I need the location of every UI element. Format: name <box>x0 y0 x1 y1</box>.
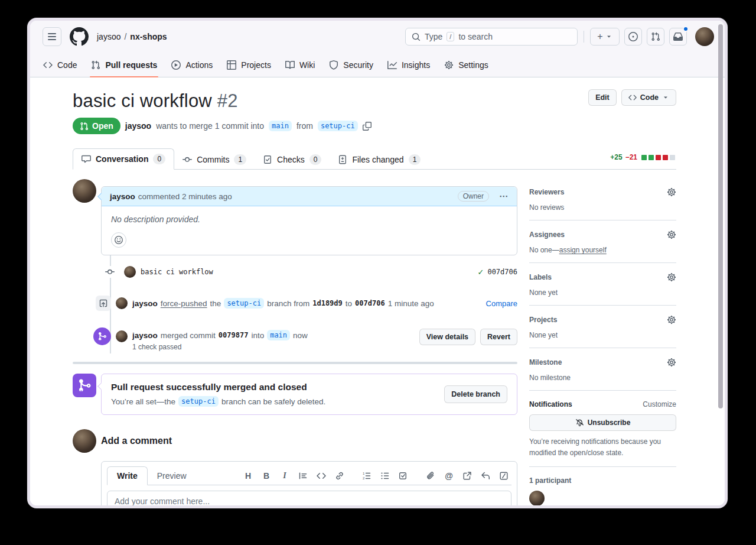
tab-commits[interactable]: Commits 1 <box>174 150 255 170</box>
repo-tab-code[interactable]: Code <box>38 53 82 77</box>
head-branch-label[interactable]: setup-ci <box>224 298 264 309</box>
compare-link[interactable]: Compare <box>486 299 517 308</box>
reviewers-value: No reviews <box>529 203 676 212</box>
code-dropdown-button[interactable]: Code <box>621 89 676 106</box>
breadcrumb-repo[interactable]: nx-shops <box>130 32 167 41</box>
create-new-button[interactable]: + <box>590 28 620 46</box>
saved-replies-button[interactable] <box>480 471 491 481</box>
force-push-action-link[interactable]: force-pushed <box>161 299 207 308</box>
new-sha[interactable]: 007d706 <box>355 299 385 307</box>
unsubscribe-button[interactable]: Unsubscribe <box>529 414 676 431</box>
commit-message-link[interactable]: basic ci workflow <box>141 268 213 276</box>
task-list-icon <box>399 471 408 481</box>
repo-tab-settings[interactable]: Settings <box>439 53 493 77</box>
file-diff-icon <box>338 155 347 164</box>
mention-button[interactable]: @ <box>444 471 454 481</box>
cross-reference-button[interactable] <box>462 471 472 481</box>
repo-tab-projects[interactable]: Projects <box>222 53 276 77</box>
task-list-button[interactable] <box>398 471 409 481</box>
gear-icon[interactable] <box>667 272 676 282</box>
gear-icon[interactable] <box>667 187 676 197</box>
merge-sha[interactable]: 0079877 <box>219 331 249 339</box>
italic-button[interactable]: I <box>279 471 290 481</box>
bullet-list-button[interactable] <box>380 471 390 481</box>
gear-icon[interactable] <box>667 230 676 239</box>
write-tab[interactable]: Write <box>107 466 148 485</box>
tab-conversation[interactable]: Conversation 0 <box>73 148 174 170</box>
check-status-note[interactable]: 1 check passed <box>132 343 308 351</box>
repo-tab-pull-requests[interactable]: Pull requests <box>86 53 162 77</box>
comment-meta[interactable]: commented 2 minutes ago <box>138 192 232 201</box>
view-details-button[interactable]: View details <box>419 329 475 345</box>
comment-textarea[interactable] <box>107 491 511 508</box>
participants-heading: 1 participant <box>529 476 676 485</box>
global-nav-menu-button[interactable] <box>43 27 61 46</box>
check-passed-icon[interactable]: ✓ <box>478 268 484 277</box>
pr-state-badge: Open <box>73 118 120 134</box>
comment-author-avatar[interactable] <box>73 179 96 203</box>
edit-button[interactable]: Edit <box>588 89 617 106</box>
revert-button[interactable]: Revert <box>480 329 517 345</box>
diffstat[interactable]: +25 −21 <box>610 153 675 161</box>
repo-tab-actions[interactable]: Actions <box>167 53 217 77</box>
commit-author-avatar[interactable] <box>124 266 136 278</box>
assignees-value: No one— <box>529 246 559 254</box>
merge-author[interactable]: jaysoo <box>132 331 158 340</box>
numbered-list-icon <box>362 471 372 481</box>
assign-yourself-link[interactable]: assign yourself <box>559 246 607 254</box>
force-push-author[interactable]: jaysoo <box>132 299 158 308</box>
repo-tab-wiki[interactable]: Wiki <box>281 53 320 77</box>
comment-menu-button[interactable]: ⋯ <box>499 191 509 202</box>
base-branch-label[interactable]: main <box>267 330 290 340</box>
bell-slash-icon <box>575 419 584 427</box>
chevron-down-icon <box>662 94 669 101</box>
notifications-heading: Notifications <box>529 400 572 408</box>
diff-block <box>663 155 668 160</box>
base-branch-label[interactable]: main <box>269 121 292 131</box>
pull-requests-button[interactable] <box>647 28 664 46</box>
github-logo-icon[interactable] <box>70 27 89 46</box>
tab-files-changed[interactable]: Files changed 1 <box>330 150 429 170</box>
pr-author[interactable]: jaysoo <box>125 121 151 131</box>
link-button[interactable] <box>334 471 345 481</box>
participant-avatar[interactable] <box>529 491 545 506</box>
repo-tab-insights[interactable]: Insights <box>383 53 435 77</box>
comment-author[interactable]: jaysoo <box>110 192 135 201</box>
diff-block <box>649 155 654 160</box>
heading-button[interactable]: H <box>243 471 253 481</box>
customize-link[interactable]: Customize <box>643 400 676 408</box>
head-branch-label[interactable]: setup-ci <box>318 121 358 131</box>
force-push-avatar[interactable] <box>116 297 128 309</box>
slash-commands-button[interactable] <box>498 471 509 481</box>
current-user-avatar <box>73 429 96 453</box>
copy-branch-icon[interactable] <box>363 122 372 131</box>
attach-file-button[interactable] <box>425 471 436 481</box>
old-sha[interactable]: 1d189d9 <box>312 299 343 307</box>
tab-checks[interactable]: Checks 0 <box>255 150 330 170</box>
gear-icon[interactable] <box>667 358 676 367</box>
code-button[interactable] <box>316 471 327 481</box>
preview-tab[interactable]: Preview <box>148 467 196 485</box>
commit-sha-link[interactable]: 007d706 <box>487 268 517 276</box>
assignees-heading: Assignees <box>529 231 565 239</box>
smiley-icon <box>114 235 123 245</box>
bold-button[interactable]: B <box>261 471 272 481</box>
search-input[interactable]: Type / to search <box>405 28 578 46</box>
scrollbar-thumb[interactable] <box>718 24 723 408</box>
issues-button[interactable] <box>624 28 642 46</box>
add-reaction-button[interactable] <box>111 232 126 248</box>
delete-branch-button[interactable]: Delete branch <box>444 385 507 403</box>
repo-tab-security[interactable]: Security <box>324 53 378 77</box>
merge-time[interactable]: now <box>293 331 308 340</box>
gear-icon[interactable] <box>667 315 676 325</box>
slash-key-hint: / <box>447 32 454 41</box>
head-branch-label[interactable]: setup-ci <box>178 396 219 407</box>
merge-author-avatar[interactable] <box>116 330 128 342</box>
user-avatar[interactable] <box>695 27 714 46</box>
force-push-time[interactable]: 1 minute ago <box>388 299 434 308</box>
merged-banner-text: You’re all set—the <box>111 397 175 406</box>
numbered-list-button[interactable] <box>361 471 372 481</box>
quote-button[interactable] <box>298 471 308 481</box>
force-push-text: the <box>210 299 221 308</box>
breadcrumb-owner[interactable]: jaysoo <box>97 32 120 41</box>
